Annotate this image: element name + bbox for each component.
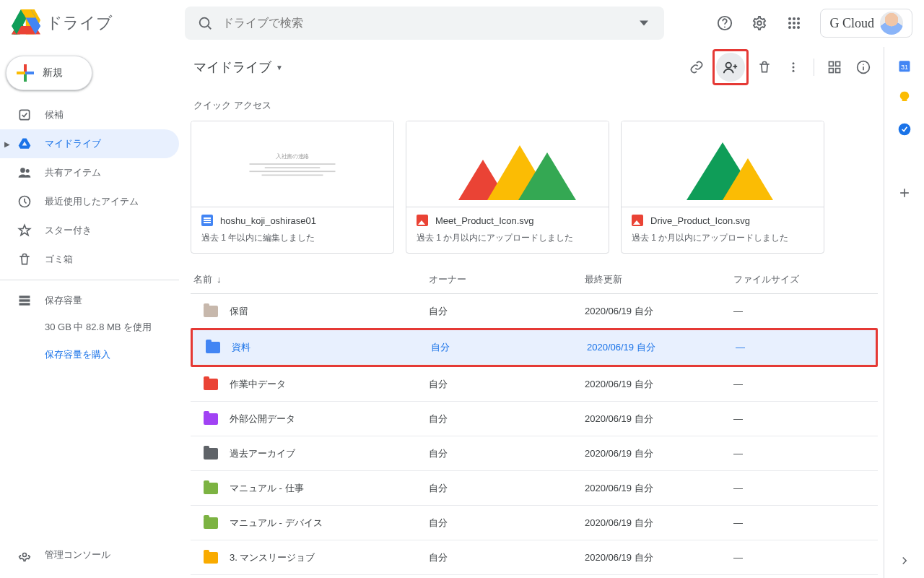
row-size: —	[733, 379, 878, 389]
svg-point-33	[793, 70, 795, 72]
svg-point-14	[793, 17, 796, 20]
svg-rect-34	[829, 62, 834, 66]
table-row[interactable]: マニュアル - 仕事 自分 2020/06/19 自分 —	[191, 471, 878, 506]
nav-storage[interactable]: 保存容量	[0, 286, 179, 315]
svg-point-17	[793, 22, 796, 25]
search-icon[interactable]	[191, 9, 219, 38]
keep-icon[interactable]	[897, 90, 912, 105]
svg-point-20	[793, 26, 796, 29]
svg-point-24	[26, 169, 30, 173]
buy-storage-link[interactable]: 保存容量を購入	[17, 348, 179, 361]
logo-block: ドライブ	[12, 8, 179, 39]
nav-recent[interactable]: 最近使用したアイテム	[0, 187, 179, 216]
table-row[interactable]: 過去アーカイブ 自分 2020/06/19 自分 —	[191, 436, 878, 471]
right-rail: 31	[884, 47, 924, 578]
table-row[interactable]: 作業中データ 自分 2020/06/19 自分 —	[191, 367, 878, 402]
tasks-icon[interactable]	[897, 122, 912, 137]
get-link-button[interactable]	[682, 53, 711, 82]
sort-arrow-icon: ↓	[217, 274, 222, 285]
table-row[interactable]: 外部公開データ 自分 2020/06/19 自分 —	[191, 402, 878, 436]
nav-priority[interactable]: 候補	[0, 100, 179, 129]
row-name: マニュアル - デバイス	[230, 517, 323, 530]
more-actions-button[interactable]	[779, 53, 808, 82]
row-name: マニュアル - 仕事	[230, 482, 304, 495]
folder-icon	[204, 517, 218, 529]
svg-point-32	[793, 66, 795, 69]
qa-subtitle: 過去 1 か月以内にアップロードしました	[417, 232, 598, 244]
svg-text:31: 31	[900, 64, 907, 71]
nav-label: 共有アイテム	[45, 166, 101, 179]
svg-point-29	[23, 553, 27, 557]
admin-gear-icon	[17, 548, 32, 562]
col-name-header[interactable]: 名前 ↓	[191, 273, 429, 286]
view-grid-button[interactable]	[820, 53, 849, 82]
row-size: —	[733, 552, 878, 563]
row-modified: 2020/06/19 自分	[587, 341, 736, 354]
svg-rect-26	[19, 296, 30, 298]
shared-icon	[17, 165, 32, 180]
svg-point-12	[758, 21, 762, 25]
settings-gear-icon[interactable]	[745, 9, 774, 38]
apps-grid-icon[interactable]	[780, 9, 808, 38]
row-owner: 自分	[429, 305, 585, 318]
breadcrumb-label: マイドライブ	[193, 59, 271, 76]
col-size-header[interactable]: ファイルサイズ	[733, 273, 878, 286]
col-owner-header[interactable]: オーナー	[429, 273, 585, 286]
quick-access-card[interactable]: Meet_Product_Icon.svg 過去 1 か月以内にアップロードしま…	[406, 121, 609, 254]
details-button[interactable]	[849, 53, 878, 82]
svg-point-31	[793, 62, 795, 64]
nav-starred[interactable]: スター付き	[0, 216, 179, 245]
help-icon[interactable]	[710, 9, 739, 38]
table-row[interactable]: 資料 自分 2020/06/19 自分 —	[193, 330, 876, 365]
search-options-icon[interactable]	[629, 9, 658, 38]
quick-access-card[interactable]: 入社書の連絡 hoshu_koji_oshirase01 過去 1 年以内に編集…	[191, 121, 394, 254]
search-input[interactable]	[219, 17, 629, 30]
nav-mydrive[interactable]: ▶ マイドライブ	[0, 129, 179, 158]
folder-icon	[204, 448, 218, 460]
toolbar: マイドライブ ▼	[191, 47, 878, 87]
user-avatar[interactable]	[880, 12, 903, 35]
svg-rect-35	[836, 62, 840, 66]
svg-rect-28	[19, 303, 30, 305]
expand-caret-icon[interactable]: ▶	[4, 140, 10, 148]
qa-meta: Meet_Product_Icon.svg 過去 1 か月以内にアップロードしま…	[406, 207, 609, 253]
drive-logo-icon	[12, 8, 40, 39]
brand-name: G Cloud	[829, 16, 874, 31]
new-button[interactable]: 新規	[6, 56, 92, 90]
quick-access-card[interactable]: Drive_Product_Icon.svg 過去 1 か月以内にアップロードし…	[621, 121, 824, 254]
collapse-rail-icon[interactable]	[898, 554, 911, 569]
svg-line-9	[208, 26, 211, 29]
row-size: —	[733, 448, 878, 459]
plus-icon	[17, 64, 34, 82]
svg-point-11	[725, 27, 726, 28]
table-row[interactable]: 保留 自分 2020/06/19 自分 —	[191, 294, 878, 329]
row-modified: 2020/06/19 自分	[585, 378, 733, 391]
breadcrumb[interactable]: マイドライブ ▼	[191, 54, 286, 80]
app-name: ドライブ	[46, 12, 113, 34]
folder-icon	[204, 379, 218, 390]
row-modified: 2020/06/19 自分	[585, 517, 733, 530]
col-modified-header[interactable]: 最終更新	[585, 273, 733, 286]
table-row[interactable]: 3. マンスリージョブ 自分 2020/06/19 自分 —	[191, 540, 878, 575]
calendar-icon[interactable]: 31	[897, 59, 912, 73]
qa-title: Meet_Product_Icon.svg	[435, 215, 534, 226]
table-row[interactable]: マニュアル - デバイス 自分 2020/06/19 自分 —	[191, 506, 878, 540]
nav-list: 候補 ▶ マイドライブ 共有アイテム 最近使用したアイテム スター付き ゴ	[0, 100, 179, 274]
storage-used: 30 GB 中 82.8 MB を使用	[17, 321, 179, 334]
delete-button[interactable]	[750, 53, 779, 82]
share-button[interactable]	[716, 53, 745, 82]
nav-label: 管理コンソール	[45, 548, 110, 561]
workspace-brand[interactable]: G Cloud	[820, 9, 912, 38]
nav-admin[interactable]: 管理コンソール	[0, 540, 179, 569]
row-modified: 2020/06/19 自分	[585, 305, 733, 318]
table-header: 名前 ↓ オーナー 最終更新 ファイルサイズ	[191, 265, 878, 294]
row-modified: 2020/06/19 自分	[585, 551, 733, 564]
nav-label: 最近使用したアイテム	[45, 195, 139, 208]
nav-trash[interactable]: ゴミ箱	[0, 245, 179, 274]
svg-rect-22	[19, 110, 29, 119]
search-bar[interactable]	[185, 7, 664, 40]
addons-plus-icon[interactable]	[897, 186, 912, 200]
main-pane: マイドライブ ▼ クイック アクセス 入社書の連絡 hoshu_koji_osh…	[179, 47, 884, 578]
row-size: —	[733, 413, 878, 424]
nav-shared[interactable]: 共有アイテム	[0, 158, 179, 187]
